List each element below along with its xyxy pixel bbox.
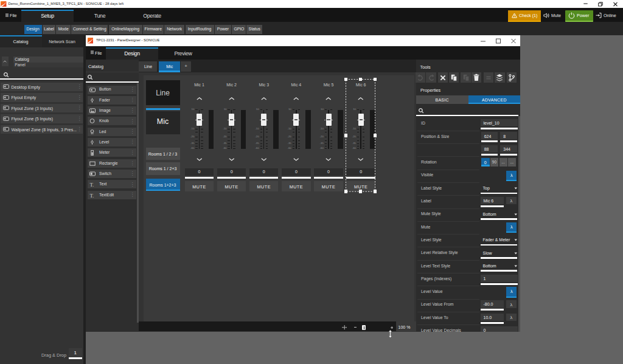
svg-text:T.: T. bbox=[89, 182, 94, 187]
svg-text:T.: T. bbox=[89, 193, 94, 198]
